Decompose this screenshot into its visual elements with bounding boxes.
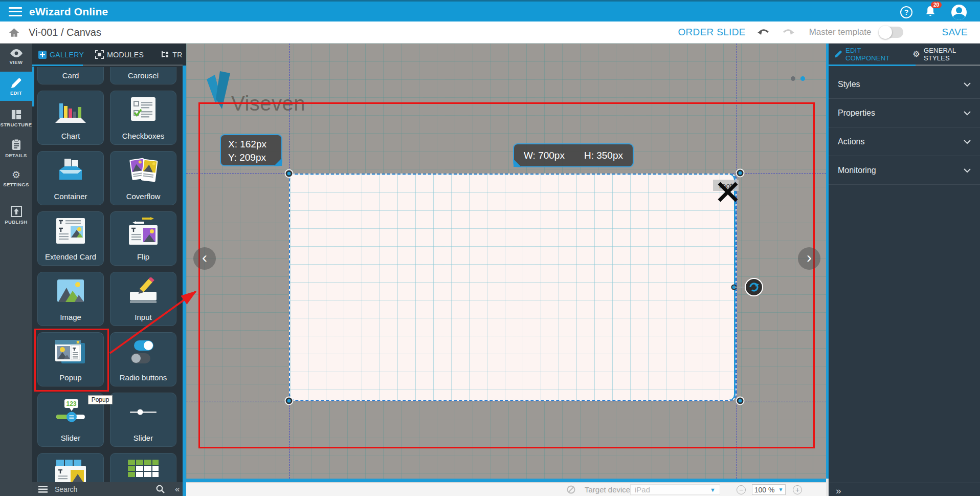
sidebar-item-edit[interactable]: EDIT — [0, 72, 32, 101]
section-styles[interactable]: Styles — [829, 70, 980, 99]
list-icon[interactable] — [38, 486, 48, 493]
master-template-label: Master template — [809, 27, 872, 37]
sidebar-item-settings[interactable]: ⚙ SETTINGS — [0, 166, 32, 193]
tile-radio-buttons[interactable]: Radio buttons — [110, 332, 176, 386]
active-tab-underline — [32, 64, 83, 66]
popup-component[interactable] — [289, 174, 737, 401]
brush-icon — [835, 50, 842, 58]
canvas-horizontal-scrollbar[interactable] — [186, 479, 826, 482]
search-icon[interactable] — [156, 485, 165, 493]
section-monitoring[interactable]: Monitoring — [829, 156, 980, 185]
sidebar-item-view[interactable]: VIEW — [0, 45, 32, 70]
position-tooltip: X: 162px Y: 209px — [220, 134, 282, 166]
pencil-icon — [11, 78, 21, 88]
tree-icon — [161, 51, 169, 58]
chevron-down-icon — [964, 168, 971, 173]
gallery-panel-edge — [183, 44, 186, 496]
tile-coverflow[interactable]: Coverflow — [110, 151, 176, 205]
carousel-next-icon[interactable]: › — [798, 247, 820, 270]
section-properties[interactable]: Properties — [829, 99, 980, 127]
tile-extended-card[interactable]: Extended Card — [37, 211, 104, 266]
gallery-panel-scrollbar[interactable] — [183, 66, 186, 496]
eye-icon — [10, 49, 23, 57]
clipboard-icon — [12, 139, 21, 150]
component-tiles: Card Carousel Chart Checkboxes Container… — [32, 67, 183, 482]
tile-card[interactable]: Card — [37, 67, 104, 84]
zoom-out-button[interactable]: − — [737, 485, 746, 494]
sidebar-item-structure[interactable]: STRUCTURE — [0, 105, 32, 132]
tile-slider[interactable]: Slider — [110, 393, 176, 447]
gear-icon: ⚙ — [12, 170, 20, 180]
slide-pagination-dots[interactable] — [791, 76, 805, 81]
collapse-panel-icon[interactable]: « — [175, 484, 180, 494]
resize-handle-bottom-left[interactable] — [286, 398, 293, 404]
zoom-dropdown-arrow-icon: ▼ — [778, 487, 783, 492]
target-device-dropdown[interactable]: iPad ▼ — [630, 484, 720, 495]
tile-carousel[interactable]: Carousel — [110, 67, 176, 84]
tile-chart[interactable]: Chart — [37, 91, 104, 145]
resize-handle-bottom-right[interactable] — [737, 398, 744, 404]
modules-icon — [95, 50, 104, 59]
tile-table[interactable] — [110, 453, 176, 482]
notification-badge: 20 — [931, 2, 942, 8]
resize-handle-top-right[interactable] — [737, 170, 744, 177]
gear-icon: ⚙ — [912, 50, 920, 58]
app-title: eWizard Online — [29, 6, 108, 18]
gallery-panel: GALLERY MODULES TREE Card Carousel — [32, 44, 183, 496]
carousel-prev-icon[interactable]: ‹ — [193, 247, 216, 270]
zoom-in-button[interactable]: + — [793, 485, 802, 494]
close-icon[interactable] — [716, 180, 740, 206]
help-icon[interactable]: ? — [900, 6, 912, 18]
tile-flip[interactable]: Flip — [110, 211, 176, 266]
order-slide-button[interactable]: ORDER SLIDE — [678, 27, 746, 38]
resize-handle-top-left[interactable] — [286, 170, 293, 177]
tile-checkboxes[interactable]: Checkboxes — [110, 91, 176, 145]
notifications-bell-icon[interactable]: 20 — [925, 5, 936, 19]
tab-general-styles[interactable]: ⚙ GENERAL STYLES — [912, 47, 980, 62]
plus-square-icon — [38, 51, 47, 59]
tab-edit-component[interactable]: EDIT COMPONENT — [835, 47, 903, 62]
tab-modules[interactable]: MODULES — [95, 50, 144, 59]
layout-icon — [11, 110, 21, 120]
search-input[interactable] — [55, 485, 137, 493]
gallery-search-bar: « — [32, 482, 183, 496]
hamburger-menu-icon[interactable] — [9, 7, 22, 16]
undo-icon[interactable] — [757, 28, 770, 37]
ewizard-app: eWizard Online ? 20 Vi-001 / Canvas ORDE… — [0, 0, 980, 496]
top-bar: eWizard Online ? 20 — [0, 0, 980, 21]
redo-icon[interactable] — [782, 28, 795, 37]
popup-tile-tooltip: Popup — [88, 395, 113, 404]
save-button[interactable]: SAVE — [942, 27, 968, 38]
toolbar: Vi-001 / Canvas ORDER SLIDE Master templ… — [0, 21, 980, 44]
rotate-handle[interactable] — [745, 278, 763, 296]
home-icon[interactable] — [9, 28, 19, 37]
active-tab-underline — [829, 64, 916, 66]
svg-text:123: 123 — [66, 400, 76, 407]
slide-canvas[interactable]: Viseven root X: 162px Y: 209px — [186, 44, 826, 479]
master-template-toggle[interactable] — [880, 27, 903, 38]
properties-panel: EDIT COMPONENT ⚙ GENERAL STYLES Styles P… — [829, 44, 980, 496]
breadcrumb: Vi-001 / Canvas — [29, 27, 101, 38]
tile-popup[interactable]: Popup — [37, 332, 104, 386]
size-tooltip: W: 700px H: 350px — [513, 143, 634, 167]
user-avatar[interactable] — [951, 5, 967, 20]
expand-panel-icon[interactable]: » — [836, 485, 841, 496]
sidebar-item-publish[interactable]: PUBLISH — [0, 202, 32, 229]
publish-icon — [11, 206, 22, 217]
tab-gallery[interactable]: GALLERY — [38, 51, 84, 59]
zoom-level-dropdown[interactable]: 100 % ▼ — [752, 484, 786, 495]
tile-tabs[interactable] — [37, 453, 104, 482]
target-device-label: Target device: — [585, 483, 632, 496]
sidebar-item-details[interactable]: DETAILS — [0, 135, 32, 163]
chevron-down-icon — [964, 111, 971, 116]
section-actions[interactable]: Actions — [829, 127, 980, 156]
tile-input[interactable]: Input — [110, 272, 176, 326]
chevron-down-icon — [964, 82, 971, 87]
orientation-lock-icon[interactable] — [567, 483, 575, 496]
chevron-down-icon — [964, 140, 971, 144]
status-bar: Target device: iPad ▼ − 100 % ▼ + — [186, 482, 826, 496]
tile-container[interactable]: Container — [37, 151, 104, 205]
tile-image[interactable]: Image — [37, 272, 104, 326]
dropdown-arrow-icon: ▼ — [710, 487, 716, 493]
left-sidebar: VIEW EDIT STRUCTURE DETAILS ⚙ SETTINGS P… — [0, 44, 32, 496]
